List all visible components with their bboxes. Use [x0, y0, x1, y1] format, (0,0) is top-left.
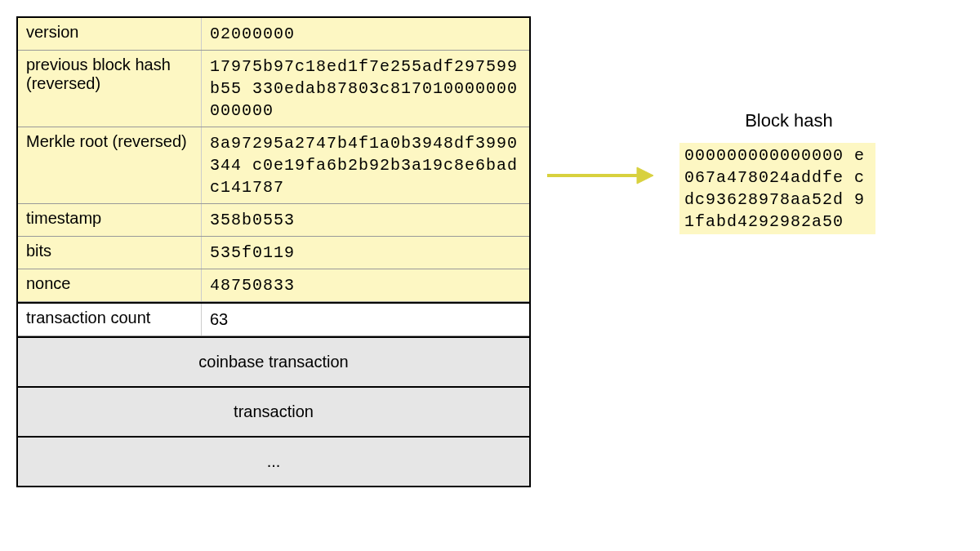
label-nonce: nonce: [18, 269, 202, 301]
arrow-column: [531, 159, 670, 192]
label-bits: bits: [18, 237, 202, 269]
value-timestamp: 358b0553: [202, 204, 529, 236]
row-coinbase-tx: coinbase transaction: [18, 336, 529, 386]
block-hash-value: 000000000000000 e067a478024addfe cdc9362…: [679, 143, 875, 234]
row-timestamp: timestamp 358b0553: [18, 204, 529, 237]
value-bits: 535f0119: [202, 237, 529, 269]
value-nonce: 48750833: [202, 269, 529, 301]
label-timestamp: timestamp: [18, 204, 202, 236]
label-version: version: [18, 18, 202, 50]
row-more: ...: [18, 436, 529, 486]
block-hash-panel: Block hash 000000000000000 e067a478024ad…: [670, 110, 898, 234]
value-prev-hash: 17975b97c18ed1f7e255adf297599b55 330edab…: [202, 51, 529, 127]
row-nonce: nonce 48750833: [18, 269, 529, 302]
row-version: version 02000000: [18, 18, 529, 51]
block-structure-table: version 02000000 previous block hash (re…: [16, 16, 531, 487]
arrow-right-icon: [539, 159, 662, 192]
row-prev-hash: previous block hash (reversed) 17975b97c…: [18, 51, 529, 127]
row-tx: transaction: [18, 386, 529, 436]
label-merkle-root: Merkle root (reversed): [18, 127, 202, 203]
row-merkle-root: Merkle root (reversed) 8a97295a2747b4f1a…: [18, 127, 529, 204]
value-tx-count: 63: [202, 304, 529, 335]
row-tx-count: transaction count 63: [18, 302, 529, 336]
label-tx-count: transaction count: [18, 304, 202, 335]
svg-marker-1: [637, 167, 653, 184]
block-hash-title: Block hash: [670, 110, 898, 131]
label-prev-hash: previous block hash (reversed): [18, 51, 202, 127]
value-merkle-root: 8a97295a2747b4f1a0b3948df3990344 c0e19fa…: [202, 127, 529, 203]
value-version: 02000000: [202, 18, 529, 50]
row-bits: bits 535f0119: [18, 237, 529, 269]
